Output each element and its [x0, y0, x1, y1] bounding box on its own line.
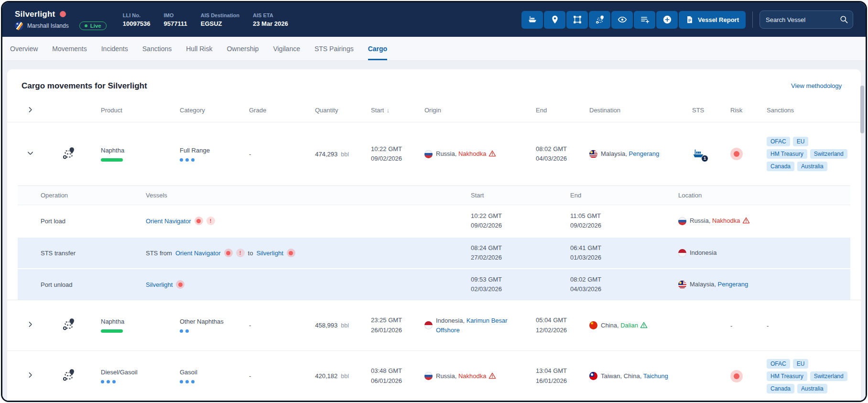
russia-flag-icon	[424, 150, 433, 158]
route-icon	[595, 15, 605, 24]
product-cell: Naphtha	[101, 318, 180, 333]
toolbar-location-pin-button[interactable]	[544, 11, 565, 29]
toolbar-watch-eye-button[interactable]	[611, 11, 633, 29]
ops-column-header-location: Location	[678, 192, 850, 199]
origin-port-link[interactable]: Nakhodka	[458, 150, 487, 157]
ops-column-header-start: Start	[471, 192, 570, 199]
risk-level-dot-icon	[224, 249, 233, 257]
origin-location-text: Russia, Nakhodka	[436, 149, 496, 159]
column-label: STS	[692, 107, 704, 114]
tab-ownership[interactable]: Ownership	[227, 37, 259, 60]
tab-sts-pairings[interactable]: STS Pairings	[315, 37, 354, 60]
level-dot-icon	[180, 158, 183, 162]
sanction-chip-australia: Australia	[797, 162, 827, 171]
end-date: 04/03/2026	[536, 154, 589, 163]
origin-port-link[interactable]: Nakhodka	[458, 372, 487, 380]
operation-location-text: Malaysia, Pengerang	[690, 280, 748, 289]
toolbar-add-circle-button[interactable]	[656, 11, 678, 29]
toolbar-add-to-list-button[interactable]	[634, 11, 655, 29]
route-cell	[55, 145, 101, 163]
live-label: Live	[90, 23, 101, 29]
destination-port-link[interactable]: Taichung	[643, 372, 668, 380]
toolbar-area-select-button[interactable]	[566, 11, 588, 29]
destination-location-text: Taiwan, China, Taichung	[601, 371, 668, 381]
tab-hull-risk[interactable]: Hull Risk	[186, 37, 212, 60]
end-date: 12/02/2026	[536, 326, 589, 335]
route-cell	[55, 316, 101, 335]
indonesia-flag-icon	[424, 321, 433, 329]
area-select-icon	[573, 15, 582, 24]
operation-row-port-unload: Port unloadSilverlight09:53 GMT02/03/202…	[18, 268, 850, 300]
collapse-row-button[interactable]	[24, 147, 36, 159]
vertical-scrollbar-thumb[interactable]	[860, 86, 864, 133]
green-warning-triangle-icon	[640, 321, 648, 329]
operation-port-link[interactable]: Pengerang	[718, 281, 749, 288]
sanction-chip-switzerland: Switzerland	[810, 371, 847, 381]
column-label: End	[536, 107, 547, 114]
cargo-route-button[interactable]	[62, 316, 77, 333]
vessel-report-button[interactable]: Vessel Report	[679, 11, 746, 29]
destination-location-text: Malaysia, Pengerang	[601, 149, 659, 159]
risk-dot-core	[178, 283, 183, 287]
tab-cargo[interactable]: Cargo	[368, 37, 387, 60]
sanction-chip-hm-treasury: HM Treasury	[767, 371, 807, 381]
info-field-value: 10097536	[123, 20, 151, 27]
tab-overview[interactable]: Overview	[10, 37, 38, 60]
category-name: Full Range	[180, 147, 249, 154]
cargo-row: NaphthaFull Range-474,293bbl10:22 GMT09/…	[7, 122, 861, 185]
live-dot-icon	[85, 24, 87, 27]
info-field-value: EGSUZ	[201, 20, 239, 27]
vessel-link-orient-navigator[interactable]: Orient Navigator	[146, 218, 191, 225]
tab-vigilance[interactable]: Vigilance	[273, 37, 300, 60]
expand-cell	[19, 370, 55, 383]
marshall-islands-flag-icon	[15, 22, 23, 30]
end-date: 16/01/2026	[536, 376, 589, 386]
sanction-chip-switzerland: Switzerland	[810, 149, 847, 159]
operation-start-date: 02/03/2026	[471, 284, 570, 294]
cargo-route-button[interactable]	[62, 367, 77, 383]
operation-end-date: 01/03/2026	[570, 253, 678, 262]
tab-movements[interactable]: Movements	[52, 37, 87, 60]
cargo-table: ProductCategoryGradeQuantityStart↓Origin…	[7, 98, 861, 401]
toolbar-ship-button[interactable]	[521, 11, 543, 29]
origin-location: Indonesia, Karimun Besar Offshore	[424, 316, 536, 335]
ops-column-header-vessels: Vessels	[146, 192, 471, 199]
start-date: 26/01/2026	[371, 326, 424, 335]
search-icon[interactable]	[839, 15, 848, 24]
expand-row-button[interactable]	[24, 370, 36, 381]
operation-start-datetime: 10:22 GMT09/02/2026	[471, 211, 570, 230]
page-body: Cargo movements for Silverlight View met…	[2, 61, 866, 401]
vessel-link-silverlight[interactable]: Silverlight	[256, 250, 283, 257]
sanctions-cell: -	[767, 321, 849, 330]
country-label: Taiwan, China,	[601, 372, 641, 380]
end-time: 08:02 GMT	[536, 144, 589, 154]
operation-row-port-load: Port loadOrient Navigator!10:22 GMT09/02…	[18, 205, 850, 237]
vessel-link-silverlight[interactable]: Silverlight	[146, 281, 173, 288]
operation-end-datetime: 06:41 GMT01/03/2026	[570, 243, 678, 262]
toolbar-route-button[interactable]	[589, 11, 610, 29]
expand-all-button[interactable]	[24, 104, 36, 115]
tab-incidents[interactable]: Incidents	[101, 37, 128, 60]
origin-location: Russia, Nakhodka	[424, 371, 536, 381]
operation-port-link[interactable]: Nakhodka	[712, 217, 740, 224]
cargo-route-button[interactable]	[62, 145, 77, 161]
grade-cell: -	[249, 151, 306, 158]
app-window: Silverlight Marshall Islands Live LLI No…	[1, 1, 867, 402]
taiwan-flag-icon	[589, 372, 597, 380]
view-methodology-link[interactable]: View methodology	[791, 82, 842, 89]
sanction-chip-eu: EU	[793, 137, 809, 146]
red-warning-triangle-icon	[488, 372, 496, 380]
start-datetime: 03:48 GMT06/01/2026	[371, 366, 424, 385]
operation-start-time: 10:22 GMT	[471, 211, 570, 221]
destination-port-link[interactable]: Dalian	[620, 322, 638, 329]
column-label: Product	[101, 107, 122, 114]
operation-location: Russia, Nakhodka	[678, 216, 850, 226]
tab-sanctions[interactable]: Sanctions	[142, 37, 172, 60]
destination-port-link[interactable]: Pengerang	[629, 150, 660, 157]
country-label: Malaysia,	[690, 281, 716, 288]
level-dot-icon	[107, 380, 110, 383]
vessel-link-orient-navigator[interactable]: Orient Navigator	[175, 250, 221, 257]
risk-level-dot-icon	[176, 280, 184, 289]
risk-level-dot-icon	[730, 370, 743, 382]
expand-row-button[interactable]	[24, 319, 36, 330]
